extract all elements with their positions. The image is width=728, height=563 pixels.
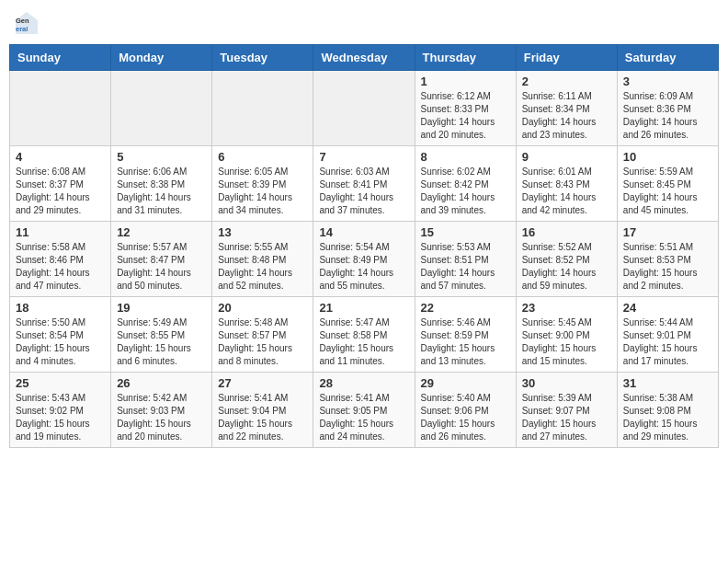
calendar-cell: 29Sunrise: 5:40 AM Sunset: 9:06 PM Dayli… xyxy=(415,373,516,448)
day-info: Sunrise: 6:12 AM Sunset: 8:33 PM Dayligh… xyxy=(421,90,510,142)
day-number: 31 xyxy=(623,376,712,390)
calendar-cell: 19Sunrise: 5:49 AM Sunset: 8:55 PM Dayli… xyxy=(111,297,212,373)
day-number: 24 xyxy=(623,301,712,315)
day-info: Sunrise: 5:53 AM Sunset: 8:51 PM Dayligh… xyxy=(421,241,510,293)
calendar-cell: 26Sunrise: 5:42 AM Sunset: 9:03 PM Dayli… xyxy=(111,373,212,448)
calendar-table: SundayMondayTuesdayWednesdayThursdayFrid… xyxy=(9,44,719,448)
calendar-cell: 27Sunrise: 5:41 AM Sunset: 9:04 PM Dayli… xyxy=(212,373,313,448)
day-info: Sunrise: 5:40 AM Sunset: 9:06 PM Dayligh… xyxy=(421,392,510,443)
header-wednesday: Wednesday xyxy=(313,45,415,71)
day-info: Sunrise: 5:54 AM Sunset: 8:49 PM Dayligh… xyxy=(319,241,408,293)
day-number: 12 xyxy=(117,225,206,239)
calendar-cell: 9Sunrise: 6:01 AM Sunset: 8:43 PM Daylig… xyxy=(516,146,617,222)
calendar-cell: 15Sunrise: 5:53 AM Sunset: 8:51 PM Dayli… xyxy=(415,222,516,297)
day-info: Sunrise: 6:11 AM Sunset: 8:34 PM Dayligh… xyxy=(522,90,611,142)
day-info: Sunrise: 5:46 AM Sunset: 8:59 PM Dayligh… xyxy=(421,316,510,368)
day-number: 9 xyxy=(522,150,611,164)
calendar-cell: 3Sunrise: 6:09 AM Sunset: 8:36 PM Daylig… xyxy=(617,71,718,146)
day-number: 26 xyxy=(117,376,206,390)
day-number: 13 xyxy=(218,225,307,239)
day-number: 4 xyxy=(16,150,105,164)
day-info: Sunrise: 5:49 AM Sunset: 8:55 PM Dayligh… xyxy=(117,316,206,368)
header-friday: Friday xyxy=(516,45,617,71)
calendar-cell: 17Sunrise: 5:51 AM Sunset: 8:53 PM Dayli… xyxy=(617,222,718,297)
day-info: Sunrise: 6:05 AM Sunset: 8:39 PM Dayligh… xyxy=(218,166,307,217)
day-info: Sunrise: 5:42 AM Sunset: 9:03 PM Dayligh… xyxy=(117,392,206,443)
calendar-cell xyxy=(212,71,313,146)
calendar-cell: 4Sunrise: 6:08 AM Sunset: 8:37 PM Daylig… xyxy=(10,146,111,222)
day-info: Sunrise: 5:39 AM Sunset: 9:07 PM Dayligh… xyxy=(522,392,611,443)
day-info: Sunrise: 6:01 AM Sunset: 8:43 PM Dayligh… xyxy=(522,166,611,217)
calendar-cell xyxy=(313,71,415,146)
day-info: Sunrise: 5:59 AM Sunset: 8:45 PM Dayligh… xyxy=(623,166,712,217)
day-info: Sunrise: 5:41 AM Sunset: 9:04 PM Dayligh… xyxy=(218,392,307,443)
day-number: 6 xyxy=(218,150,307,164)
day-info: Sunrise: 5:41 AM Sunset: 9:05 PM Dayligh… xyxy=(319,392,408,443)
day-info: Sunrise: 5:48 AM Sunset: 8:57 PM Dayligh… xyxy=(218,316,307,368)
calendar-cell: 25Sunrise: 5:43 AM Sunset: 9:02 PM Dayli… xyxy=(10,373,111,448)
day-number: 10 xyxy=(623,150,712,164)
day-info: Sunrise: 6:03 AM Sunset: 8:41 PM Dayligh… xyxy=(319,166,408,217)
day-number: 8 xyxy=(421,150,510,164)
calendar-cell: 21Sunrise: 5:47 AM Sunset: 8:58 PM Dayli… xyxy=(313,297,415,373)
day-number: 30 xyxy=(522,376,611,390)
calendar-cell: 28Sunrise: 5:41 AM Sunset: 9:05 PM Dayli… xyxy=(313,373,415,448)
header-tuesday: Tuesday xyxy=(212,45,313,71)
calendar-cell: 1Sunrise: 6:12 AM Sunset: 8:33 PM Daylig… xyxy=(415,71,516,146)
day-number: 14 xyxy=(319,225,408,239)
calendar-cell: 6Sunrise: 6:05 AM Sunset: 8:39 PM Daylig… xyxy=(212,146,313,222)
day-number: 23 xyxy=(522,301,611,315)
day-number: 17 xyxy=(623,225,712,239)
day-info: Sunrise: 5:52 AM Sunset: 8:52 PM Dayligh… xyxy=(522,241,611,293)
day-info: Sunrise: 5:57 AM Sunset: 8:47 PM Dayligh… xyxy=(117,241,206,293)
day-number: 22 xyxy=(421,301,510,315)
day-info: Sunrise: 5:51 AM Sunset: 8:53 PM Dayligh… xyxy=(623,241,712,293)
day-number: 29 xyxy=(421,376,510,390)
day-number: 28 xyxy=(319,376,408,390)
day-info: Sunrise: 6:06 AM Sunset: 8:38 PM Dayligh… xyxy=(117,166,206,217)
header-saturday: Saturday xyxy=(617,45,718,71)
day-info: Sunrise: 5:55 AM Sunset: 8:48 PM Dayligh… xyxy=(218,241,307,293)
calendar-body: 1Sunrise: 6:12 AM Sunset: 8:33 PM Daylig… xyxy=(10,71,719,448)
calendar-cell xyxy=(10,71,111,146)
day-number: 15 xyxy=(421,225,510,239)
logo: Gen eral xyxy=(13,9,42,37)
calendar-cell: 20Sunrise: 5:48 AM Sunset: 8:57 PM Dayli… xyxy=(212,297,313,373)
calendar-cell: 13Sunrise: 5:55 AM Sunset: 8:48 PM Dayli… xyxy=(212,222,313,297)
calendar-cell: 31Sunrise: 5:38 AM Sunset: 9:08 PM Dayli… xyxy=(617,373,718,448)
calendar-cell: 24Sunrise: 5:44 AM Sunset: 9:01 PM Dayli… xyxy=(617,297,718,373)
calendar-cell: 14Sunrise: 5:54 AM Sunset: 8:49 PM Dayli… xyxy=(313,222,415,297)
calendar-cell: 18Sunrise: 5:50 AM Sunset: 8:54 PM Dayli… xyxy=(10,297,111,373)
calendar-cell: 30Sunrise: 5:39 AM Sunset: 9:07 PM Dayli… xyxy=(516,373,617,448)
week-row-1: 4Sunrise: 6:08 AM Sunset: 8:37 PM Daylig… xyxy=(10,146,719,222)
header-sunday: Sunday xyxy=(10,45,111,71)
calendar-cell: 2Sunrise: 6:11 AM Sunset: 8:34 PM Daylig… xyxy=(516,71,617,146)
week-row-3: 18Sunrise: 5:50 AM Sunset: 8:54 PM Dayli… xyxy=(10,297,719,373)
day-number: 19 xyxy=(117,301,206,315)
day-number: 5 xyxy=(117,150,206,164)
calendar-cell: 10Sunrise: 5:59 AM Sunset: 8:45 PM Dayli… xyxy=(617,146,718,222)
week-row-4: 25Sunrise: 5:43 AM Sunset: 9:02 PM Dayli… xyxy=(10,373,719,448)
day-info: Sunrise: 6:02 AM Sunset: 8:42 PM Dayligh… xyxy=(421,166,510,217)
week-row-0: 1Sunrise: 6:12 AM Sunset: 8:33 PM Daylig… xyxy=(10,71,719,146)
day-number: 3 xyxy=(623,75,712,88)
day-number: 18 xyxy=(16,301,105,315)
calendar-cell: 11Sunrise: 5:58 AM Sunset: 8:46 PM Dayli… xyxy=(10,222,111,297)
day-number: 27 xyxy=(218,376,307,390)
day-info: Sunrise: 5:44 AM Sunset: 9:01 PM Dayligh… xyxy=(623,316,712,368)
header-row: SundayMondayTuesdayWednesdayThursdayFrid… xyxy=(10,45,719,71)
calendar-cell: 7Sunrise: 6:03 AM Sunset: 8:41 PM Daylig… xyxy=(313,146,415,222)
day-number: 2 xyxy=(522,75,611,88)
day-number: 21 xyxy=(319,301,408,315)
day-info: Sunrise: 5:47 AM Sunset: 8:58 PM Dayligh… xyxy=(319,316,408,368)
page-header: Gen eral xyxy=(9,9,719,37)
calendar-cell: 23Sunrise: 5:45 AM Sunset: 9:00 PM Dayli… xyxy=(516,297,617,373)
day-info: Sunrise: 5:38 AM Sunset: 9:08 PM Dayligh… xyxy=(623,392,712,443)
header-thursday: Thursday xyxy=(415,45,516,71)
day-info: Sunrise: 5:58 AM Sunset: 8:46 PM Dayligh… xyxy=(16,241,105,293)
day-info: Sunrise: 5:43 AM Sunset: 9:02 PM Dayligh… xyxy=(16,392,105,443)
day-number: 1 xyxy=(421,75,510,88)
day-number: 20 xyxy=(218,301,307,315)
calendar-cell xyxy=(111,71,212,146)
calendar-cell: 16Sunrise: 5:52 AM Sunset: 8:52 PM Dayli… xyxy=(516,222,617,297)
